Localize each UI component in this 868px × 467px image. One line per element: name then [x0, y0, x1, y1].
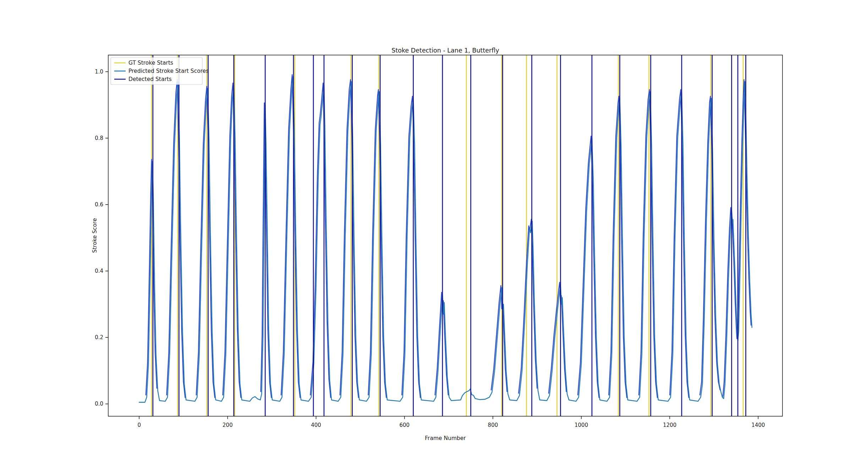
x-tick-label: 1000 — [575, 422, 588, 428]
y-tick-label: 0.2 — [95, 334, 103, 341]
figure-canvas: 0200400600800100012001400 0.00.20.40.60.… — [0, 0, 868, 467]
y-tick-label: 0.6 — [95, 201, 103, 208]
stroke-detection-chart: 0200400600800100012001400 0.00.20.40.60.… — [0, 0, 868, 467]
legend-label-detected: Detected Starts — [128, 76, 172, 82]
x-tick-label: 800 — [488, 422, 498, 428]
x-tick-label: 400 — [311, 422, 321, 428]
y-tick-label: 0.8 — [95, 135, 103, 141]
y-tick-label: 0.4 — [95, 268, 103, 274]
x-tick-label: 200 — [223, 422, 233, 428]
legend: GT Stroke Starts Predicted Stroke Start … — [111, 58, 209, 85]
chart-title: Stoke Detection - Lane 1, Butterfly — [391, 47, 499, 54]
legend-label-gt: GT Stroke Starts — [128, 60, 173, 66]
x-axis-label: Frame Number — [425, 435, 466, 441]
legend-label-predicted: Predicted Stroke Start Scores — [128, 68, 209, 74]
x-tick-label: 0 — [137, 422, 141, 428]
y-tick-label: 1.0 — [95, 69, 103, 75]
y-tick-label: 0.0 — [95, 401, 103, 407]
x-tick-label: 600 — [399, 422, 410, 428]
x-tick-label: 1200 — [663, 422, 676, 428]
y-axis-label: Stroke Score — [92, 218, 98, 253]
x-tick-label: 1400 — [751, 422, 765, 428]
